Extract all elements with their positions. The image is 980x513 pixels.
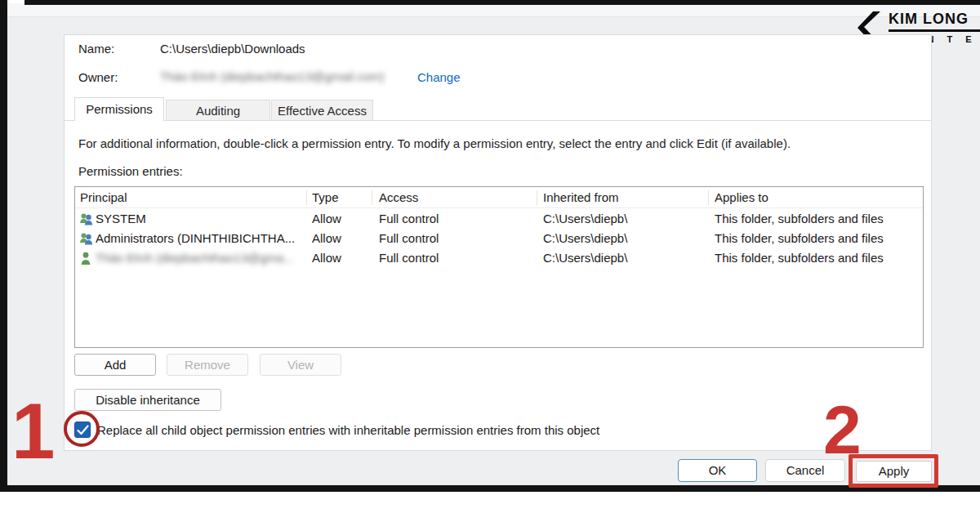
user-icon	[79, 252, 93, 265]
users-group-icon	[79, 212, 93, 226]
advanced-security-dialog: Name: C:\Users\diepb\Downloads Owner: Th…	[64, 34, 932, 451]
owner-value-redacted: Thảo Đình (diepbachthao13@gmail.com)	[160, 69, 385, 83]
cell-applies-to: This folder, subfolders and files	[715, 231, 884, 245]
screenshot-stage: KIM LONG C E N T E R Name: C:\Users\diep…	[0, 0, 980, 513]
permission-entries-table: Principal Type Access Inherited from App…	[74, 186, 924, 348]
cell-type: Allow	[312, 212, 341, 225]
cell-access: Full control	[379, 231, 439, 245]
disable-inheritance-button[interactable]: Disable inheritance	[74, 389, 221, 411]
name-label: Name:	[78, 42, 114, 56]
column-separator	[537, 190, 537, 205]
col-header-inherited-from[interactable]: Inherited from	[543, 190, 619, 204]
cell-applies-to: This folder, subfolders and files	[715, 212, 884, 225]
cell-inherited-from: C:\Users\diepb\	[543, 251, 627, 265]
cell-access: Full control	[379, 251, 439, 265]
ok-button[interactable]: OK	[678, 459, 757, 482]
table-body: SYSTEM Allow Full control C:\Users\diepb…	[75, 210, 923, 269]
cell-type: Allow	[312, 251, 341, 265]
cell-type: Allow	[312, 231, 341, 245]
permission-entries-label: Permission entries:	[78, 164, 183, 178]
table-row-system[interactable]: SYSTEM Allow Full control C:\Users\diepb…	[75, 210, 923, 230]
annotation-step-1: 1	[11, 395, 55, 467]
cell-inherited-from: C:\Users\diepb\	[543, 212, 627, 225]
users-group-icon	[79, 232, 93, 246]
owner-label: Owner:	[78, 70, 118, 84]
table-header-row: Principal Type Access Inherited from App…	[75, 187, 923, 208]
name-value: C:\Users\diepb\Downloads	[160, 42, 305, 56]
cell-principal: Administrators (DINHTHIBICHTHA...	[96, 231, 295, 245]
window-top-band	[7, 3, 980, 17]
cell-access: Full control	[379, 212, 439, 225]
col-header-type[interactable]: Type	[312, 190, 339, 204]
column-separator	[306, 190, 307, 205]
column-separator	[708, 190, 709, 205]
cell-principal-redacted: Thảo Đình (diepbachthao13@gma...	[96, 251, 294, 265]
annotation-step-2: 2	[823, 399, 862, 462]
crop-frame-left	[0, 0, 7, 485]
col-header-access[interactable]: Access	[379, 190, 418, 204]
annotation-apply-highlight-box	[849, 454, 938, 488]
col-header-applies-to[interactable]: Applies to	[715, 190, 768, 204]
change-owner-link[interactable]: Change	[417, 70, 461, 84]
annotation-circle	[64, 411, 100, 447]
crop-frame-bottom	[0, 485, 980, 492]
table-row-administrators[interactable]: Administrators (DINHTHIBICHTHA... Allow …	[75, 230, 923, 249]
watermark-brand-text: KIM LONG	[889, 11, 980, 32]
replace-child-permissions-label: Replace all child object permission entr…	[97, 423, 599, 437]
instruction-text: For additional information, double-click…	[78, 136, 920, 150]
cell-applies-to: This folder, subfolders and files	[715, 251, 884, 265]
col-header-principal[interactable]: Principal	[80, 190, 127, 204]
cell-principal: SYSTEM	[96, 212, 146, 225]
add-button[interactable]: Add	[74, 354, 156, 376]
tab-effective-access[interactable]: Effective Access	[271, 100, 373, 121]
table-row-user[interactable]: Thảo Đình (diepbachthao13@gma... Allow F…	[75, 249, 923, 269]
column-separator	[372, 190, 372, 205]
view-button[interactable]: View	[260, 354, 341, 376]
crop-frame-top	[24, 0, 980, 5]
remove-button[interactable]: Remove	[167, 354, 248, 376]
tab-strip-divider	[65, 120, 931, 121]
tab-auditing[interactable]: Auditing	[166, 100, 270, 121]
cell-inherited-from: C:\Users\diepb\	[543, 231, 627, 245]
tab-permissions[interactable]: Permissions	[74, 97, 164, 121]
